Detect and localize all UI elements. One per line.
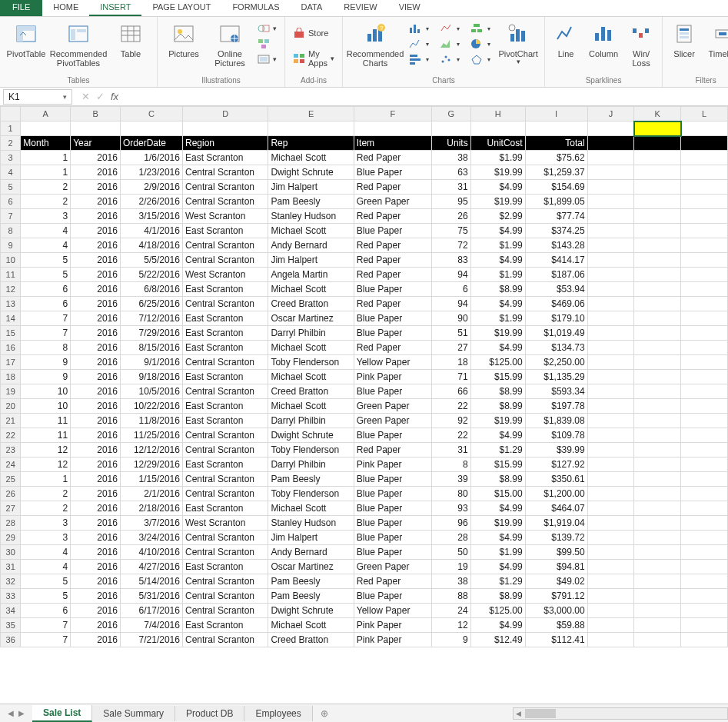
cell[interactable]: $469.06 bbox=[525, 297, 587, 311]
cell[interactable]: 4 bbox=[21, 560, 71, 574]
cell[interactable]: 1 bbox=[21, 472, 71, 487]
cell[interactable]: Jim Halpert bbox=[268, 531, 354, 545]
cell[interactable]: 11/25/2016 bbox=[120, 428, 182, 443]
cell[interactable]: 27 bbox=[432, 341, 471, 355]
cell[interactable]: $414.17 bbox=[525, 253, 587, 268]
cell[interactable]: 19 bbox=[432, 560, 471, 574]
cell[interactable] bbox=[268, 121, 354, 136]
cell[interactable]: $4.99 bbox=[470, 501, 525, 516]
cell[interactable]: Creed Bratton bbox=[268, 297, 354, 311]
cell[interactable] bbox=[587, 589, 634, 604]
cell[interactable]: Yellow Paper bbox=[354, 604, 431, 618]
tab-pagelayout[interactable]: PAGE LAYOUT bbox=[141, 0, 221, 16]
cell[interactable]: Red Paper bbox=[354, 238, 431, 253]
cell[interactable]: Stanley Hudson bbox=[268, 209, 354, 224]
chart-column-button[interactable]: ▾ bbox=[406, 22, 432, 35]
tab-formulas[interactable]: FORMULAS bbox=[221, 0, 290, 16]
cell[interactable]: 2016 bbox=[71, 516, 121, 531]
cell[interactable] bbox=[470, 121, 525, 136]
cell[interactable]: Red Paper bbox=[354, 209, 431, 224]
cell[interactable]: $75.62 bbox=[525, 151, 587, 165]
header-cell[interactable]: OrderDate bbox=[120, 136, 182, 151]
cell[interactable]: $3,000.00 bbox=[525, 604, 587, 618]
cell[interactable] bbox=[587, 180, 634, 195]
cell[interactable] bbox=[587, 151, 634, 165]
row-header[interactable]: 10 bbox=[1, 253, 21, 268]
cell[interactable]: 2016 bbox=[71, 618, 121, 633]
cell[interactable]: 9/1/2016 bbox=[120, 355, 182, 370]
cell[interactable]: 3 bbox=[21, 209, 71, 224]
tab-file[interactable]: FILE bbox=[0, 0, 42, 16]
cell[interactable] bbox=[182, 121, 268, 136]
cell[interactable]: $112.41 bbox=[525, 633, 587, 647]
cell[interactable]: 5 bbox=[21, 589, 71, 604]
chart-area-button[interactable]: ▾ bbox=[437, 37, 463, 51]
cell[interactable]: $134.73 bbox=[525, 341, 587, 355]
cell[interactable]: 7 bbox=[21, 326, 71, 341]
cell[interactable]: Central Scranton bbox=[182, 487, 268, 501]
cell[interactable] bbox=[681, 121, 728, 136]
cell[interactable]: $19.99 bbox=[470, 414, 525, 428]
cell[interactable]: $4.99 bbox=[470, 224, 525, 238]
cell[interactable] bbox=[587, 311, 634, 326]
cell[interactable]: West Scranton bbox=[182, 268, 268, 282]
cell[interactable]: Central Scranton bbox=[182, 443, 268, 457]
cell[interactable] bbox=[681, 414, 728, 428]
cell[interactable] bbox=[634, 297, 681, 311]
cell[interactable] bbox=[681, 326, 728, 341]
cell[interactable]: 4/18/2016 bbox=[120, 238, 182, 253]
cell[interactable]: Blue Paper bbox=[354, 428, 431, 443]
cell[interactable] bbox=[587, 414, 634, 428]
cell[interactable] bbox=[587, 443, 634, 457]
cell[interactable] bbox=[587, 545, 634, 560]
cell[interactable] bbox=[587, 487, 634, 501]
cell[interactable] bbox=[587, 195, 634, 209]
cell[interactable] bbox=[634, 399, 681, 414]
cell[interactable]: $4.99 bbox=[470, 428, 525, 443]
cell[interactable]: 7/12/2016 bbox=[120, 311, 182, 326]
row-header[interactable]: 24 bbox=[1, 457, 21, 472]
cell[interactable]: 50 bbox=[432, 545, 471, 560]
cell[interactable] bbox=[634, 121, 681, 136]
row-header[interactable]: 8 bbox=[1, 224, 21, 238]
cell[interactable]: Central Scranton bbox=[182, 604, 268, 618]
cell[interactable]: 96 bbox=[432, 516, 471, 531]
cell[interactable] bbox=[681, 282, 728, 297]
row-header[interactable]: 13 bbox=[1, 297, 21, 311]
cell[interactable]: Blue Paper bbox=[354, 545, 431, 560]
cell[interactable]: 63 bbox=[432, 165, 471, 180]
cell[interactable]: East Scranton bbox=[182, 341, 268, 355]
cell[interactable]: $8.99 bbox=[470, 472, 525, 487]
cell[interactable]: 8 bbox=[432, 457, 471, 472]
cell[interactable]: East Scranton bbox=[182, 560, 268, 574]
cell[interactable]: 3 bbox=[21, 531, 71, 545]
cell[interactable]: Blue Paper bbox=[354, 165, 431, 180]
cell[interactable] bbox=[71, 121, 121, 136]
cell[interactable]: 2016 bbox=[71, 443, 121, 457]
cell[interactable] bbox=[681, 545, 728, 560]
cell[interactable] bbox=[681, 428, 728, 443]
cell[interactable]: Blue Paper bbox=[354, 516, 431, 531]
header-cell[interactable]: Item bbox=[354, 136, 431, 151]
cell[interactable] bbox=[634, 633, 681, 647]
cell[interactable]: Red Paper bbox=[354, 253, 431, 268]
sheet-tab-employees[interactable]: Employees bbox=[244, 706, 312, 721]
cell[interactable]: Blue Paper bbox=[354, 224, 431, 238]
cell[interactable] bbox=[681, 268, 728, 282]
cell[interactable] bbox=[634, 224, 681, 238]
cell[interactable]: 2016 bbox=[71, 604, 121, 618]
cell[interactable] bbox=[587, 209, 634, 224]
cell[interactable] bbox=[587, 253, 634, 268]
cell[interactable]: 1 bbox=[21, 151, 71, 165]
grid[interactable]: ABCDEFGHIJKL 12MonthYearOrderDateRegionR… bbox=[0, 106, 728, 702]
cell[interactable]: Red Paper bbox=[354, 297, 431, 311]
sheet-nav-prev-icon[interactable]: ◀ bbox=[8, 709, 14, 717]
cell[interactable]: 2/26/2016 bbox=[120, 195, 182, 209]
cell[interactable]: Central Scranton bbox=[182, 180, 268, 195]
cell[interactable]: 7/4/2016 bbox=[120, 618, 182, 633]
cell[interactable]: 2016 bbox=[71, 457, 121, 472]
recommended-charts-button[interactable]: ? Recommended Charts bbox=[347, 18, 403, 68]
cell[interactable] bbox=[587, 355, 634, 370]
cell[interactable]: Michael Scott bbox=[268, 501, 354, 516]
cell[interactable]: East Scranton bbox=[182, 282, 268, 297]
